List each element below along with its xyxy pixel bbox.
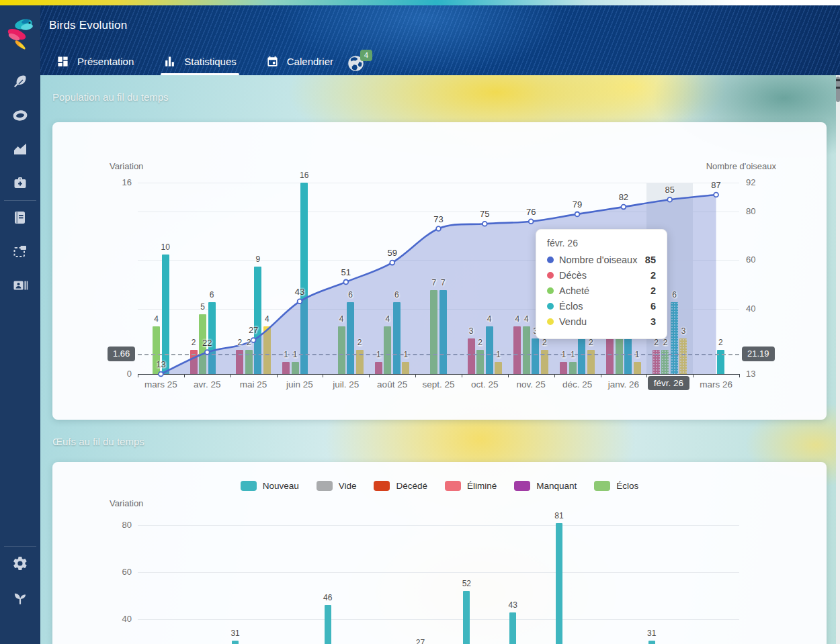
bar-value-label: 4 bbox=[379, 314, 396, 324]
line-point[interactable] bbox=[159, 372, 163, 377]
tooltip-series-value: 2 bbox=[650, 285, 656, 296]
line-point[interactable] bbox=[436, 226, 441, 231]
line-point[interactable] bbox=[482, 222, 487, 226]
gear-icon bbox=[12, 555, 28, 571]
tab-presentation[interactable]: Présentation bbox=[56, 55, 134, 68]
legend-item-Décédé[interactable]: Décédé bbox=[374, 481, 427, 491]
series-color-dot bbox=[547, 287, 554, 294]
eggs-chart-card: NouveauVideDécédéÉliminéManquantÉclos Va… bbox=[52, 462, 827, 644]
sidebar-item-feather[interactable] bbox=[11, 73, 29, 91]
legend-swatch bbox=[374, 481, 390, 491]
tooltip-series-value: 2 bbox=[650, 270, 656, 281]
bar-Nouveau[interactable] bbox=[509, 612, 516, 644]
line-value-label: 22 bbox=[194, 338, 220, 348]
tab-statistiques[interactable]: Statistiques bbox=[163, 55, 237, 68]
line-point[interactable] bbox=[205, 350, 210, 355]
x-axis-label[interactable]: mars 26 bbox=[686, 379, 747, 389]
line-point[interactable] bbox=[343, 280, 348, 285]
legend-swatch bbox=[594, 481, 610, 491]
line-point[interactable] bbox=[667, 197, 672, 202]
bar-value-label: 2 bbox=[351, 338, 368, 347]
bar-value-label: 52 bbox=[458, 579, 475, 588]
tooltip-series-value: 3 bbox=[650, 316, 656, 327]
bar-value-label: 4 bbox=[480, 314, 498, 324]
line-point[interactable] bbox=[575, 212, 580, 217]
tab-calendrier[interactable]: Calendrier bbox=[266, 55, 333, 68]
line-value-label: 59 bbox=[379, 248, 406, 258]
page-scrollbar[interactable] bbox=[836, 75, 840, 644]
bar-chart-icon bbox=[163, 55, 176, 68]
area-chart-icon bbox=[12, 141, 28, 157]
sidebar-item-ring[interactable] bbox=[11, 107, 29, 124]
sidebar-item-book[interactable] bbox=[11, 209, 29, 226]
chart-legend: NouveauVideDécédéÉliminéManquantÉclos bbox=[52, 481, 827, 491]
legend-item-Nouveau[interactable]: Nouveau bbox=[241, 481, 299, 491]
app-logo-bird[interactable] bbox=[5, 15, 35, 52]
legend-item-Éclos[interactable]: Éclos bbox=[594, 481, 638, 491]
right-tick-label: 92 bbox=[746, 177, 780, 188]
bar-Nouveau[interactable] bbox=[325, 605, 331, 644]
tooltip-row: Nombre d'oiseaux85 bbox=[547, 255, 656, 265]
bar-Nouveau[interactable] bbox=[463, 591, 470, 644]
line-point[interactable] bbox=[622, 205, 626, 210]
sidebar-item-breeding[interactable] bbox=[11, 589, 29, 606]
bar-Nouveau[interactable] bbox=[232, 641, 239, 644]
line-point[interactable] bbox=[390, 261, 394, 265]
sidebar-item-zones[interactable] bbox=[11, 242, 29, 260]
x-axis-label[interactable]: févr. 26 bbox=[648, 376, 689, 390]
line-value-label: 85 bbox=[657, 185, 683, 195]
population-chart-card: Variation Nombre d'oiseaux 1609280604013… bbox=[52, 122, 827, 420]
x-axis-tick bbox=[601, 374, 601, 377]
bar-value-label: 2 bbox=[582, 338, 599, 347]
top-gradient-strip bbox=[0, 0, 840, 5]
ring-icon bbox=[12, 107, 28, 124]
legend-label: Vide bbox=[339, 481, 357, 491]
line-value-label: 79 bbox=[564, 199, 591, 210]
left-tick-label: 16 bbox=[99, 177, 132, 188]
legend-item-Manquant[interactable]: Manquant bbox=[514, 481, 577, 491]
x-axis-tick bbox=[462, 374, 462, 377]
tooltip-row: Acheté2 bbox=[547, 285, 656, 296]
tab-label: Statistiques bbox=[184, 56, 237, 67]
bar-value-label: 81 bbox=[550, 511, 568, 520]
bar-value-label: 6 bbox=[342, 290, 360, 300]
legend-item-Vide[interactable]: Vide bbox=[317, 481, 357, 491]
notifications[interactable]: 4 bbox=[347, 52, 378, 74]
x-axis-tick bbox=[138, 374, 138, 377]
bar-value-label: 6 bbox=[203, 290, 220, 300]
left-axis-name: Variation bbox=[110, 498, 143, 508]
bar-value-label: 6 bbox=[388, 290, 405, 300]
x-axis-label[interactable]: janv. 26 bbox=[593, 379, 654, 389]
sidebar-item-health[interactable] bbox=[11, 174, 29, 191]
bar-Nouveau[interactable] bbox=[556, 523, 562, 644]
line-value-label: 27 bbox=[240, 325, 267, 335]
legend-label: Éliminé bbox=[467, 481, 497, 491]
bar-value-label: 31 bbox=[226, 629, 244, 638]
first-aid-kit-icon bbox=[12, 175, 28, 191]
tab-label: Calendrier bbox=[287, 56, 333, 67]
selection-zone-icon bbox=[12, 243, 28, 259]
eggs-plot-area[interactable]: 31462752438131 bbox=[138, 517, 739, 644]
line-value-label: 13 bbox=[147, 359, 174, 369]
sidebar-item-settings[interactable] bbox=[11, 555, 29, 572]
sidebar-item-statistics[interactable] bbox=[11, 140, 29, 158]
tooltip-series-name: Décès bbox=[559, 270, 587, 281]
bar-Nouveau[interactable] bbox=[648, 641, 655, 644]
notification-badge[interactable]: 4 bbox=[360, 50, 372, 61]
seedling-icon bbox=[12, 590, 28, 606]
line-value-label: 75 bbox=[471, 209, 498, 219]
bar-value-label: 46 bbox=[319, 593, 337, 602]
legend-swatch bbox=[445, 481, 461, 491]
bar-value-label: 1 bbox=[628, 350, 646, 359]
book-icon bbox=[12, 210, 28, 226]
bar-value-label: 2 bbox=[712, 338, 729, 347]
line-point[interactable] bbox=[298, 299, 302, 304]
legend-item-Éliminé[interactable]: Éliminé bbox=[445, 481, 497, 491]
dashboard-icon bbox=[56, 55, 69, 68]
scrollbar-mark bbox=[836, 79, 840, 81]
line-point[interactable] bbox=[714, 193, 718, 197]
line-point[interactable] bbox=[529, 219, 534, 224]
sidebar-item-contacts[interactable] bbox=[11, 277, 29, 294]
sidebar-divider bbox=[4, 200, 36, 201]
right-tick-label: 80 bbox=[746, 206, 780, 217]
